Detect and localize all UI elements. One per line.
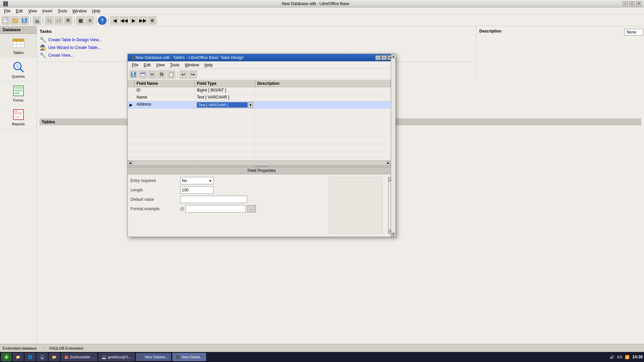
entry-required-select[interactable]: No ▼ [180,177,214,184]
taskbar-item-db2[interactable]: 🗄️ New Datab... [172,353,206,361]
taskbar-label-db1: New Databa... [145,355,168,359]
modal-menu-file[interactable]: File [129,62,141,68]
modal-redo-btn[interactable]: ↪ [189,70,197,79]
toolbar-sep-1 [31,17,31,24]
new-button[interactable] [1,16,10,25]
taskbar-item-terminal[interactable]: 🖥️ [37,353,48,361]
sort-desc-button[interactable]: ↓↑ [54,16,63,25]
sidebar-item-reports[interactable]: Reports [0,105,37,129]
modal-maximize-button[interactable]: + [381,55,387,60]
svg-rect-29 [132,72,134,74]
save-button[interactable] [20,16,29,25]
help-button[interactable]: ? [98,16,107,25]
nav-add-button[interactable]: ⊕ [148,16,157,25]
field-type-input-address[interactable]: Text [ VARCHAR ] [197,102,248,108]
modal-menu-edit[interactable]: Edit [141,62,153,68]
sidebar-item-queries[interactable]: Queries [0,58,37,81]
nav-left-button[interactable]: ◀ [110,16,119,25]
taskbar-item-terminal2[interactable]: 💻 geekbox@G... [99,353,134,361]
modal-menu-help[interactable]: Help [202,62,216,68]
modal-cut-btn[interactable]: ✂ [148,70,157,79]
tables-icon [12,37,25,50]
nav-right-button[interactable]: ▶ [129,16,138,25]
taskbar-right: 🔊 EN 📶 14:39 [610,355,643,359]
menu-help[interactable]: Help [90,8,103,14]
svg-rect-4 [4,20,6,21]
view2-button[interactable]: ⧈ [86,16,94,25]
format-input[interactable] [185,205,246,213]
status-bar: Embedded database HSQLDB Embedded [0,344,644,352]
modal-undo-btn[interactable]: ↩ [179,70,188,79]
description-name[interactable] [255,94,391,101]
desc-scroll-down[interactable]: ▼ [391,232,395,237]
close-button[interactable]: ✕ [636,1,641,6]
menu-tools[interactable]: Tools [55,8,70,14]
modal-menu-bar: File Edit View Tools Window Help [128,61,395,69]
volume-icon[interactable]: 🔊 [610,355,614,359]
taskbar-item-db1[interactable]: 🗄️ New Databa... [136,353,171,361]
table-grid-scroll[interactable]: Field Name Field Type Description ID Big… [128,80,391,161]
table-row: Name Text [ VARCHAR ] [128,94,391,101]
desc-scroll-track[interactable] [391,80,395,232]
modal-copy-btn[interactable]: ⧉ [157,70,166,79]
sort-asc-button[interactable]: ↑↓ [45,16,54,25]
clock: 14:39 [632,355,643,359]
copy-button[interactable]: ⧉ [64,16,72,25]
modal-menu-view[interactable]: View [153,62,167,68]
menu-view[interactable]: View [25,8,40,14]
col-description: Description [255,80,391,87]
modal-design-btn[interactable] [139,70,147,79]
table-hscrollbar[interactable]: ◀ ▶ [128,161,391,165]
field-props-description-box: ▲ ▼ [329,177,383,234]
hscroll-left-btn[interactable]: ◀ [128,161,132,166]
menu-edit[interactable]: Edit [13,8,25,14]
title-bar-controls: ─ □ ✕ [623,1,641,6]
modal-minimize-button[interactable]: ─ [375,55,381,60]
field-type-dropdown-btn[interactable]: ▼ [248,102,253,108]
modal-save-btn[interactable] [129,70,138,79]
table-view-button[interactable]: ▦ [76,16,85,25]
desc-scrollbar[interactable]: ▲ ▼ [391,80,395,237]
menu-window[interactable]: Window [70,8,90,14]
modal-menu-tools[interactable]: Tools [167,62,182,68]
taskbar-item-fox[interactable]: 🦊 [Instructable ... [61,353,97,361]
modal-menu-window[interactable]: Window [182,62,202,68]
svg-rect-8 [23,20,26,22]
hscroll-right-btn[interactable]: ▶ [386,161,391,166]
sidebar-item-forms[interactable]: Forms [0,81,37,105]
taskbar: ❖ 📁 🌐 🖥️ 📂 🦊 [Instructable ... 💻 geekbox… [0,352,644,362]
description-dropdown[interactable]: None [624,29,643,36]
title-bar: 🗄️ New Database.odb - LibreOffice Base ─… [0,0,644,7]
modal-paste-btn[interactable]: 📋 [167,70,175,79]
main-toolbar: 🖨️ ↑↓ ↓↑ ⧉ ▦ ⧈ ? ◀ ◀◀ ▶ ▶▶ ⊕ [0,15,644,26]
field-name-address[interactable]: Address [135,101,195,109]
taskbar-item-file-manager[interactable]: 📁 [13,353,23,361]
sidebar-item-tables[interactable]: Tables [0,34,37,58]
modal-title-icon: 🗄️ [130,55,136,60]
print-button[interactable]: 🖨️ [33,16,41,25]
start-button[interactable]: ❖ [1,353,11,361]
table-header-row: Field Name Field Type Description [128,80,391,87]
default-value-input[interactable] [180,196,247,203]
field-type-id[interactable]: BigInt [ BIGINT ] [195,87,255,94]
field-name-name[interactable]: Name [135,94,195,101]
maximize-button[interactable]: □ [629,1,635,6]
length-input[interactable] [180,186,214,194]
svg-rect-20 [15,93,19,94]
nav-right2-button[interactable]: ▶▶ [139,16,147,25]
menu-insert[interactable]: Insert [40,8,55,14]
field-type-name[interactable]: Text [ VARCHAR ] [195,94,255,101]
field-type-address[interactable]: Text [ VARCHAR ] ▼ [195,101,255,109]
format-button[interactable]: ... [247,205,256,213]
toolbar-sep-5 [108,17,109,24]
nav-left2-button[interactable]: ◀◀ [120,16,128,25]
entry-required-dropdown-icon[interactable]: ▼ [209,179,212,183]
taskbar-item-folder[interactable]: 📂 [49,353,60,361]
description-address[interactable] [255,101,391,109]
description-id[interactable] [255,87,391,94]
minimize-button[interactable]: ─ [623,1,628,6]
open-button[interactable] [11,16,19,25]
field-name-id[interactable]: ID [135,87,195,94]
menu-file[interactable]: File [1,8,13,14]
taskbar-item-browser[interactable]: 🌐 [25,353,36,361]
